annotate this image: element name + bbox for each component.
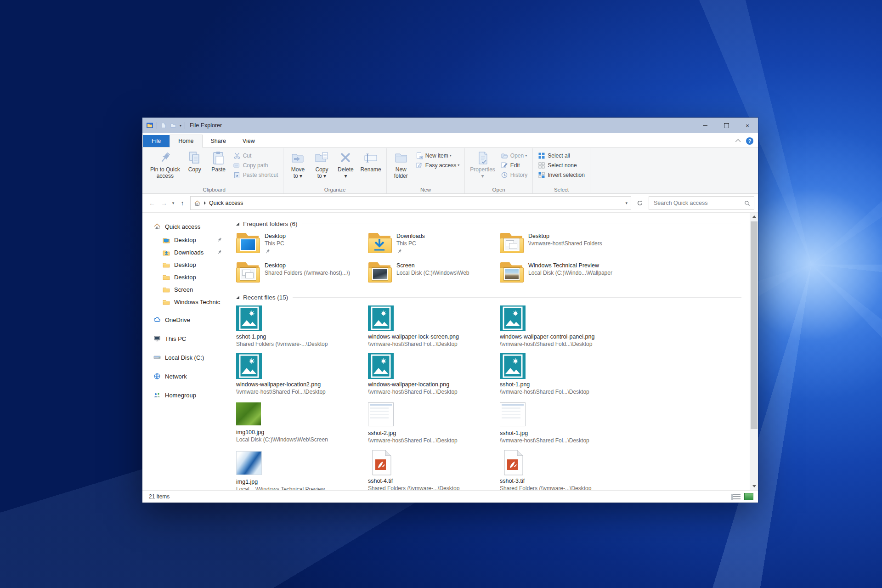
section-header-frequent-folders-6[interactable]: Frequent folders (6) (236, 218, 750, 229)
file-tile[interactable]: windows-wallpaper-lock-screen.png\\vmwar… (368, 305, 500, 347)
move-to-icon (290, 151, 305, 165)
file-tile[interactable]: sshot-3.tifShared Folders (\\vmware-...\… (500, 450, 632, 490)
breadcrumb-quick-access[interactable]: Quick access (209, 200, 243, 206)
properties-button[interactable]: Properties▾ (467, 149, 498, 179)
vertical-scrollbar[interactable] (750, 213, 758, 490)
sidebar-item-windows-technic[interactable]: Windows Technic (142, 296, 230, 308)
tab-file[interactable]: File (143, 135, 170, 147)
cut-button[interactable]: Cut (232, 151, 280, 160)
sidebar-item-this-pc[interactable]: This PC (142, 331, 230, 346)
file-tile[interactable]: sshot-2.jpg\\vmware-host\Shared Fol...\D… (368, 401, 500, 444)
file-tile[interactable]: img1.jpgLocal ...\Windows Technical Prev… (236, 450, 368, 490)
file-tile[interactable]: sshot-1.jpg\\vmware-host\Shared Fol...\D… (500, 401, 632, 444)
tab-share[interactable]: Share (203, 135, 234, 147)
details-view-icon[interactable] (731, 494, 741, 500)
easy-access-button[interactable]: Easy access▾ (414, 160, 461, 170)
file-tile[interactable]: img100.jpgLocal Disk (C:)\Windows\Web\Sc… (236, 401, 368, 444)
easy-access-icon (416, 162, 423, 169)
file-tile[interactable]: windows-wallpaper-location.png\\vmware-h… (368, 353, 500, 395)
sidebar-item-quick-access[interactable]: Quick access (142, 219, 230, 234)
large-icons-view-icon[interactable] (744, 493, 753, 500)
sidebar-item-screen[interactable]: Screen (142, 283, 230, 296)
help-icon[interactable]: ? (746, 137, 753, 145)
new-folder-button[interactable]: Newfolder (389, 149, 413, 179)
address-bar[interactable]: Quick access ▾ (190, 196, 631, 210)
history-button[interactable]: History (499, 170, 529, 180)
ribbon-group-open: Properties▾Open▾EditHistoryOpen (465, 148, 533, 193)
folder-tile[interactable]: Windows Technical PreviewLocal Disk (C:)… (500, 261, 632, 285)
folder-thumbnail (372, 238, 387, 252)
file-tile[interactable]: sshot-1.pngShared Folders (\\vmware-...\… (236, 305, 368, 347)
minimize-button[interactable] (695, 118, 716, 133)
collapse-triangle-icon[interactable] (236, 222, 239, 226)
tab-view[interactable]: View (234, 135, 263, 147)
back-button[interactable]: ← (146, 197, 158, 209)
file-path: \\vmware-host\Shared Fold...\Desktop (500, 341, 632, 347)
window-controls: × (695, 118, 758, 133)
sidebar-item-desktop[interactable]: Desktop (142, 271, 230, 283)
paste-button[interactable]: Paste (207, 149, 231, 173)
ribbon-group-clipboard: Pin to QuickaccessCopyPasteCutCopy pathP… (145, 148, 283, 193)
sidebar-item-homegroup[interactable]: Homegroup (142, 388, 230, 402)
recent-locations-button[interactable]: ▾ (170, 197, 176, 209)
select-all-button[interactable]: Select all (536, 151, 587, 160)
sidebar-item-network[interactable]: Network (142, 369, 230, 384)
sidebar-item-desktop[interactable]: Desktop (142, 234, 230, 246)
sidebar-item-onedrive[interactable]: OneDrive (142, 312, 230, 327)
qat-new-folder-icon[interactable] (170, 122, 176, 129)
open-button[interactable]: Open▾ (499, 151, 529, 160)
move-to-button[interactable]: Moveto ▾ (286, 149, 310, 179)
chevron-down-icon: ▾ (172, 201, 175, 205)
home-icon (194, 200, 201, 207)
folder-tile[interactable]: DesktopThis PC (236, 232, 368, 256)
new-item-button[interactable]: New item▾ (414, 151, 461, 160)
file-tile[interactable]: windows-wallpaper-control-panel.png\\vmw… (500, 305, 632, 347)
invert-selection-button[interactable]: Invert selection (536, 170, 587, 180)
sidebar-item-local-disk-c[interactable]: Local Disk (C:) (142, 350, 230, 365)
address-dropdown-icon[interactable]: ▾ (625, 201, 628, 205)
sidebar-item-downloads[interactable]: Downloads (142, 246, 230, 259)
copy-button[interactable]: Copy (183, 149, 207, 173)
pin-to-quick-access-button[interactable]: Pin to Quickaccess (147, 149, 183, 179)
qat-properties-icon[interactable] (160, 122, 167, 129)
button-label: Easy access (425, 162, 456, 169)
sidebar-item-desktop[interactable]: Desktop (142, 259, 230, 271)
address-bar-row: ← → ▾ ↑ Quick access ▾ (142, 194, 758, 213)
copy-to-button[interactable]: Copyto ▾ (310, 149, 334, 179)
folder-tile[interactable]: Desktop\\vmware-host\Shared Folders (500, 232, 632, 256)
select-none-button[interactable]: Select none (536, 160, 587, 170)
scroll-down-icon[interactable] (750, 482, 758, 490)
close-button[interactable]: × (737, 118, 758, 133)
forward-button[interactable]: → (158, 197, 170, 209)
section-header-recent-files-15[interactable]: Recent files (15) (236, 292, 750, 303)
file-tile[interactable]: sshot-4.tifShared Folders (\\vmware-...\… (368, 450, 500, 490)
refresh-button[interactable] (634, 197, 646, 209)
rename-button[interactable]: Rename (357, 149, 384, 173)
scroll-up-icon[interactable] (750, 213, 758, 220)
forward-icon: → (161, 199, 167, 207)
scrollbar-thumb[interactable] (751, 221, 758, 429)
collapse-ribbon-icon[interactable] (735, 139, 741, 144)
file-tile[interactable]: sshot-1.png\\vmware-host\Shared Fol...\D… (500, 353, 632, 395)
folder-tile[interactable]: DesktopShared Folders (\\vmware-host)...… (236, 261, 368, 285)
search-input[interactable] (653, 199, 744, 207)
folder-tile[interactable]: DownloadsThis PC (368, 232, 500, 256)
tab-home[interactable]: Home (170, 135, 202, 147)
folder-thumbnail (372, 268, 388, 280)
file-tile[interactable]: windows-wallpaper-location2.png\\vmware-… (236, 353, 368, 395)
collapse-triangle-icon[interactable] (236, 296, 239, 299)
qat-customize-caret-icon[interactable]: ▾ (180, 124, 181, 128)
button-label: Cut (243, 153, 252, 159)
edit-button[interactable]: Edit (499, 160, 529, 170)
tif-file-icon (368, 450, 394, 475)
maximize-button[interactable] (716, 118, 737, 133)
pin-icon (396, 248, 402, 254)
title-bar[interactable]: ▾ File Explorer × (142, 118, 758, 133)
search-box[interactable] (649, 196, 754, 210)
copy-path-button[interactable]: Copy path (232, 160, 280, 170)
file-name: windows-wallpaper-lock-screen.png (368, 334, 500, 340)
folder-tile[interactable]: ScreenLocal Disk (C:)\Windows\Web (368, 261, 500, 285)
delete-button[interactable]: Delete▾ (334, 149, 357, 179)
paste-shortcut-button[interactable]: Paste shortcut (232, 170, 280, 180)
up-button[interactable]: ↑ (176, 197, 188, 209)
